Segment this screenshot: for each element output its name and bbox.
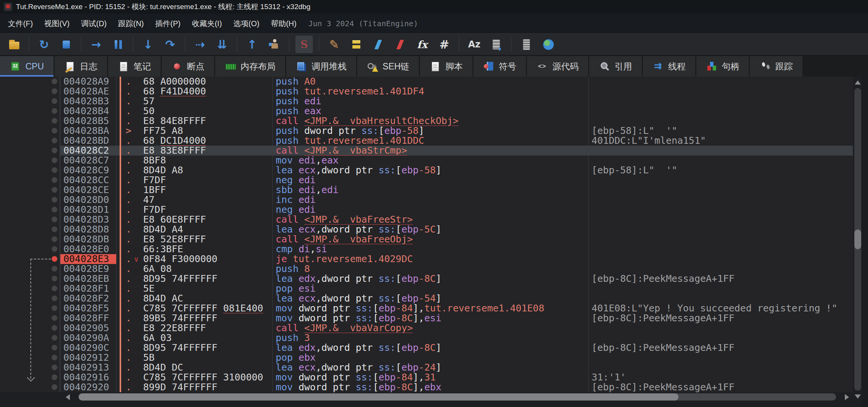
scroll-down-arrow-icon[interactable] [855,394,861,399]
breakpoint-gutter[interactable] [0,313,60,323]
gutter-dot-icon[interactable] [52,197,57,203]
disasm-row[interactable]: 004028A9.68 A0000000push A0 [0,77,853,86]
disasm-row[interactable]: 00402916.C785 7CFFFFFF 3100000mov dword … [0,372,853,382]
toolbar-stop-icon[interactable] [57,36,75,53]
disasm-row[interactable]: 004028F5.C785 7CFFFFFF 081E400mov dword … [0,303,853,313]
disasm-row[interactable]: 004028FF.89B5 74FFFFFFmov dword ptr ss:[… [0,313,853,323]
toolbar-animate-into-icon[interactable]: ⇢ [191,36,209,53]
gutter-dot-icon[interactable] [52,345,57,350]
toolbar-step-down-icon[interactable]: ⇊ [213,36,231,53]
toolbar-run-icon[interactable]: → [87,36,105,53]
gutter-dot-icon[interactable] [52,335,57,341]
breakpoint-gutter[interactable] [0,333,60,343]
breakpoint-gutter[interactable] [0,323,60,333]
toolbar-label-marker-icon[interactable] [369,36,387,53]
menu-item-7[interactable]: 帮助(H) [265,19,302,29]
gutter-dot-icon[interactable] [52,226,57,232]
toolbar-execute-till-return-icon[interactable]: ↑ [243,36,261,53]
disasm-row[interactable]: 004028C9.8D4D A8lea ecx,dword ptr ss:[eb… [0,165,853,175]
gutter-dot-icon[interactable] [52,276,57,281]
horizontal-scrollbar[interactable] [62,392,853,402]
gutter-dot-icon[interactable] [52,108,57,114]
breakpoint-gutter[interactable] [0,363,60,372]
breakpoint-gutter[interactable] [0,77,60,86]
toolbar-az-font-icon[interactable]: Az [466,36,483,53]
tab-脚本[interactable]: 脚本 [420,56,472,77]
disasm-row[interactable]: 004028CC.F7DFneg edi [0,175,853,185]
breakpoint-gutter[interactable] [0,185,60,195]
gutter-dot-icon[interactable] [52,79,57,84]
disasm-row[interactable]: 004028C7.8BF8mov edi,eax [0,156,853,165]
disasm-row[interactable]: 004028AE.68 F41D4000push tut.reverseme1.… [0,86,853,96]
scroll-up-arrow-icon[interactable] [855,80,861,85]
breakpoint-gutter[interactable] [0,343,60,353]
disasm-row[interactable]: 00402913.8D4D DClea ecx,dword ptr ss:[eb… [0,363,853,372]
breakpoint-gutter[interactable] [0,116,60,126]
gutter-dot-icon[interactable] [52,187,57,193]
menu-item-5[interactable]: 收藏夹(I) [186,19,227,29]
breakpoint-gutter[interactable] [0,175,60,185]
gutter-dot-icon[interactable] [52,295,57,301]
breakpoint-gutter[interactable] [0,86,60,96]
toolbar-graph-view-icon[interactable] [488,36,505,53]
disasm-row[interactable]: 004028D3.E8 60E8FFFFcall <JMP.&__vbaFree… [0,215,853,225]
gutter-dot-icon[interactable] [52,384,57,390]
menu-item-3[interactable]: 跟踪(N) [112,19,150,29]
breakpoint-gutter[interactable] [0,215,60,225]
menu-item-6[interactable]: 选项(O) [227,19,265,29]
breakpoint-gutter[interactable] [0,106,60,116]
menu-item-1[interactable]: 视图(V) [39,19,76,29]
disasm-row[interactable]: 004028EB.8D95 74FFFFFFlea edx,dword ptr … [0,274,853,284]
tab-调用堆栈[interactable]: 调用堆栈 [286,56,356,77]
gutter-dot-icon[interactable] [52,365,57,370]
gutter-dot-icon[interactable] [52,207,57,212]
gutter-dot-icon[interactable] [52,98,57,104]
gutter-dot-icon[interactable] [52,305,57,311]
gutter-dot-icon[interactable] [52,138,57,143]
breakpoint-gutter[interactable] [0,284,60,294]
toolbar-internet-globe-icon[interactable] [540,36,557,53]
disasm-row[interactable]: 004028F2.8D4D AClea ecx,dword ptr ss:[eb… [0,294,853,303]
breakpoint-gutter[interactable] [0,274,60,284]
tab-线程[interactable]: ⇉线程 [643,56,695,77]
vertical-scrollbar[interactable] [854,77,862,407]
disasm-row[interactable]: 004028BD.68 DC1D4000push tut.reverseme1.… [0,136,853,146]
gutter-dot-icon[interactable] [52,246,57,252]
breakpoint-gutter[interactable] [0,195,60,205]
gutter-dot-icon[interactable] [52,167,57,173]
toolbar-restart-icon[interactable]: ↻ [35,36,53,53]
tab-日志[interactable]: 日志 [55,56,107,77]
horizontal-scrollbar-thumb[interactable] [79,393,679,401]
gutter-dot-icon[interactable] [52,374,57,380]
disasm-row[interactable]: 004028B5.E8 84E8FFFFcall <JMP.&__vbaHres… [0,116,853,126]
breakpoint-gutter[interactable] [0,205,60,215]
gutter-dot-icon[interactable] [52,236,57,242]
vertical-scrollbar-thumb[interactable] [854,229,861,249]
tab-笔记[interactable]: 笔记 [108,56,161,77]
menu-item-0[interactable]: 文件(F) [2,19,39,29]
breakpoint-gutter[interactable] [0,264,60,274]
tab-跟踪[interactable]: 跟踪 [750,56,802,77]
disasm-row[interactable]: 004028E9.6A 08push 8 [0,264,853,274]
toolbar-comment-notes-icon[interactable] [347,36,365,53]
toolbar-step-into-icon[interactable]: ↓ [139,36,157,53]
menu-item-2[interactable]: 调试(D) [75,19,112,29]
breakpoint-gutter[interactable] [0,96,60,106]
breakpoint-gutter[interactable] [0,353,60,363]
tab-符号[interactable]: 符号 [473,56,526,77]
gutter-dot-icon[interactable] [52,266,57,272]
disasm-row[interactable]: 004028CE.1BFFsbb edi,edi [0,185,853,195]
disasm-row[interactable]: 004028C2.E8 83E8FFFFcall <JMP.&__vbaStrC… [0,146,853,156]
toolbar-step-over-icon[interactable]: ↷ [161,36,179,53]
gutter-dot-icon[interactable] [52,148,57,153]
scroll-right-arrow-icon[interactable] [845,394,849,400]
tab-引用[interactable]: 引用 [589,56,642,77]
breakpoint-gutter[interactable] [0,303,60,313]
tab-SEH链[interactable]: SEH链 [357,56,419,77]
gutter-dot-icon[interactable] [52,177,57,183]
disasm-row[interactable]: 004028D0.47inc edi [0,195,853,205]
breakpoint-gutter[interactable] [0,126,60,136]
disasm-row[interactable]: 004028E0.66:3BFEcmp di,si [0,244,853,254]
disasm-row[interactable]: 00402912.5Bpop ebx [0,353,853,363]
toolbar-patch-pencil-icon[interactable]: ✎ [325,36,343,53]
